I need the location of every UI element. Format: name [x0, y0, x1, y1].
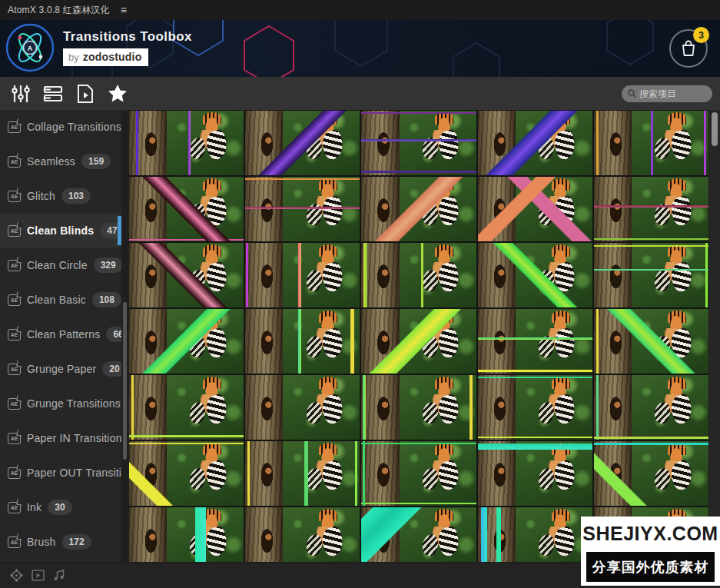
ae-file-icon: AE: [8, 537, 21, 548]
transition-thumbnail[interactable]: [594, 177, 708, 241]
sidebar-item-collage-transitions[interactable]: AECollage Transitions: [0, 110, 121, 145]
cart-button[interactable]: 3: [669, 29, 708, 68]
svg-text:A: A: [28, 45, 33, 52]
toolbar: [0, 77, 720, 110]
sidebar-item-ink[interactable]: AEInk30: [0, 490, 121, 525]
filter-sliders-button[interactable]: [8, 81, 34, 106]
transition-thumbnail[interactable]: [129, 309, 244, 374]
ae-file-icon: AE: [8, 156, 21, 168]
transition-thumbnail[interactable]: [478, 507, 592, 562]
transition-thumbnail[interactable]: [245, 111, 360, 175]
menu-icon[interactable]: ≡: [121, 4, 127, 16]
transition-thumbnail[interactable]: [594, 243, 708, 307]
video-player-icon: [32, 570, 45, 581]
ae-file-icon: AE: [8, 467, 21, 479]
sidebar-item-paper-out-transition[interactable]: AEPaper OUT Transition: [0, 456, 121, 490]
transition-line-overlay: [129, 375, 244, 440]
preview-video-button[interactable]: [31, 569, 45, 583]
sidebar-item-clean-patterns[interactable]: AEClean Patterns66: [0, 317, 121, 352]
transition-line-overlay: [478, 111, 592, 175]
sidebar-item-paper-in-transition[interactable]: AEPaper IN Transition: [0, 421, 121, 456]
byline: by zodostudio: [63, 48, 148, 66]
grid-scrollbar[interactable]: [708, 110, 720, 562]
sidebar-item-glitch[interactable]: AEGlitch103: [0, 179, 121, 214]
window-title: AtomX 3.0.8 红森林汉化: [8, 4, 110, 17]
header-banner: A Transitions Toolbox by zodostudio 3: [0, 20, 720, 77]
settings-button[interactable]: [9, 569, 23, 583]
transition-thumbnail[interactable]: [361, 111, 476, 175]
favorites-button[interactable]: [105, 81, 131, 106]
search-input[interactable]: [639, 88, 706, 99]
transition-thumbnail[interactable]: [361, 507, 476, 562]
category-label: Grunge Paper: [27, 363, 96, 375]
category-count-badge: 108: [92, 292, 121, 307]
transition-line-overlay: [245, 177, 360, 241]
transition-thumbnail[interactable]: [129, 375, 244, 440]
transition-thumbnail[interactable]: [478, 177, 592, 241]
transition-thumbnail[interactable]: [361, 375, 476, 440]
transition-thumbnail[interactable]: [361, 177, 476, 241]
ae-file-icon: AE: [8, 191, 21, 202]
sidebar-item-grunge-paper[interactable]: AEGrunge Paper20: [0, 352, 121, 387]
transition-thumbnail[interactable]: [361, 441, 476, 506]
transition-line-overlay: [361, 177, 476, 241]
transition-thumbnail[interactable]: [478, 111, 592, 175]
star-icon: [108, 84, 128, 103]
transition-thumbnail[interactable]: [245, 309, 360, 374]
audio-button[interactable]: [52, 569, 66, 583]
search-box[interactable]: [622, 85, 712, 102]
transition-thumbnail[interactable]: [245, 243, 360, 307]
sidebar-item-clean-circle[interactable]: AEClean Circle329: [0, 248, 121, 283]
transition-line-overlay: [245, 111, 360, 175]
transition-thumbnail[interactable]: [594, 111, 708, 175]
sidebar-scrollbar-thumb[interactable]: [123, 302, 127, 460]
transition-thumbnail[interactable]: [478, 243, 592, 307]
category-count-badge: 20: [102, 361, 121, 377]
sidebar-item-brush[interactable]: AEBrush172: [0, 525, 121, 560]
list-view-button[interactable]: [40, 81, 66, 106]
category-label: Paper OUT Transition: [27, 467, 121, 479]
transition-thumbnail[interactable]: [478, 375, 592, 440]
transition-line-overlay: [361, 111, 476, 175]
transition-thumbnail[interactable]: [129, 441, 244, 506]
transition-thumbnail[interactable]: [594, 375, 708, 440]
transition-thumbnail[interactable]: [594, 309, 708, 374]
category-count-badge: 103: [61, 188, 91, 204]
product-title: Transitions Toolbox: [63, 29, 192, 45]
category-label: Clean Blinds: [27, 224, 94, 237]
transition-thumbnail[interactable]: [129, 177, 244, 241]
video-file-icon: [77, 84, 94, 104]
ae-file-icon: AE: [8, 433, 21, 444]
transition-thumbnail[interactable]: [594, 441, 708, 506]
sidebar-item-clean-basic[interactable]: AEClean Basic108: [0, 283, 121, 317]
grid-scrollbar-thumb[interactable]: [712, 112, 718, 146]
category-label: Paper IN Transition: [27, 432, 121, 444]
sidebar-item-seamless[interactable]: AESeamless159: [0, 145, 121, 179]
transition-thumbnail[interactable]: [129, 243, 244, 307]
transition-thumbnail[interactable]: [361, 309, 476, 374]
byline-prefix: by: [68, 51, 79, 63]
shopping-bag-icon: [679, 38, 698, 58]
transition-line-overlay: [129, 507, 244, 562]
transition-line-overlay: [478, 309, 592, 374]
music-note-icon: [53, 570, 65, 582]
sidebar-item-clean-blinds[interactable]: AEClean Blinds470: [0, 214, 121, 248]
category-label: Seamless: [27, 155, 75, 168]
sidebar-scrollbar[interactable]: [121, 110, 129, 562]
category-sidebar: AECollage TransitionsAESeamless159AEGlit…: [0, 110, 121, 562]
transition-thumbnail[interactable]: [245, 375, 360, 440]
transition-thumbnail[interactable]: [245, 177, 360, 241]
transition-thumbnail[interactable]: [129, 507, 244, 562]
transition-thumbnail[interactable]: [478, 441, 592, 506]
transition-line-overlay: [478, 177, 592, 241]
video-file-button[interactable]: [72, 81, 98, 106]
ae-file-icon: AE: [8, 260, 21, 271]
sidebar-item-grunge-transitions[interactable]: AEGrunge Transitions: [0, 387, 121, 421]
transition-thumbnail[interactable]: [361, 243, 476, 307]
transition-thumbnail[interactable]: [245, 507, 360, 562]
transition-thumbnail[interactable]: [478, 309, 592, 374]
list-view-icon: [43, 85, 63, 103]
transition-line-overlay: [478, 243, 592, 307]
transition-thumbnail[interactable]: [245, 441, 360, 506]
transition-thumbnail[interactable]: [129, 111, 244, 175]
